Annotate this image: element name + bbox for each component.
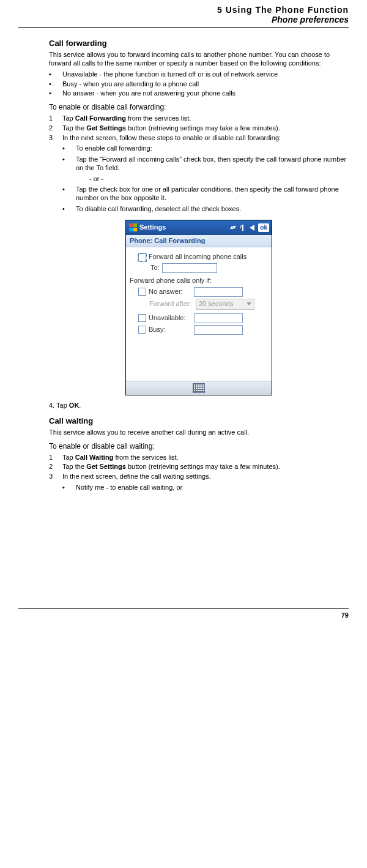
speaker-icon[interactable] <box>250 225 254 231</box>
busy-checkbox[interactable] <box>138 326 146 334</box>
step-2: 2 Tap the Get Settings button (retrievin… <box>49 124 349 133</box>
list-item: To enable call forwarding: <box>62 144 349 153</box>
start-icon[interactable] <box>128 223 137 232</box>
cf-enable-title: To enable or disable call forwarding: <box>49 103 349 112</box>
to-input[interactable] <box>162 263 217 273</box>
list-item: Notify me - to enable call waiting, or <box>62 484 349 492</box>
forward-after-label: Forward after: <box>149 300 193 309</box>
forward-after-dropdown[interactable]: 20 seconds <box>196 299 254 310</box>
only-if-label: Forward phone calls only if: <box>130 277 212 285</box>
unavailable-label: Unavailable: <box>149 314 191 323</box>
no-answer-checkbox[interactable] <box>138 288 146 296</box>
forward-all-checkbox[interactable] <box>138 253 146 261</box>
unavailable-input[interactable] <box>194 313 243 323</box>
step-1: 1 Tap Call Forwarding from the services … <box>49 114 349 123</box>
step-3: 3 In the next screen, follow these steps… <box>49 134 349 143</box>
call-waiting-intro: This service allows you to receive anoth… <box>49 428 349 437</box>
step-3: 3 In the next screen, define the call wa… <box>49 473 349 481</box>
signal-icon[interactable] <box>240 225 246 231</box>
step-2: 2 Tap the Get Settings button (retrievin… <box>49 463 349 471</box>
device-title: Settings <box>139 223 228 232</box>
to-label: To: <box>150 264 160 272</box>
sip-bar <box>126 381 272 395</box>
device-screenshot: Settings ok Phone: Call Forwarding <box>125 220 272 395</box>
chevron-down-icon <box>247 302 251 305</box>
chapter-title: 5 Using The Phone Function <box>18 5 349 15</box>
header-rule <box>18 27 349 28</box>
busy-input[interactable] <box>194 325 243 335</box>
list-item: Tap the “Forward all incoming calls” che… <box>62 155 349 173</box>
list-item: No answer - when you are not answering y… <box>49 89 349 98</box>
or-text: - or - <box>89 175 349 184</box>
unavailable-checkbox[interactable] <box>138 314 146 322</box>
cw-enable-title: To enable or disable call waiting: <box>49 442 349 451</box>
connectivity-icon[interactable] <box>230 225 236 231</box>
list-item: Unavailable - the phone function is turn… <box>49 70 349 79</box>
keyboard-icon[interactable] <box>193 383 205 393</box>
list-item: Tap the check box for one or all particu… <box>62 185 349 203</box>
call-forwarding-intro: This service allows you to forward incom… <box>49 51 349 68</box>
device-titlebar: Settings ok <box>126 220 272 235</box>
list-item: To disable call forwarding, deselect all… <box>62 205 349 214</box>
page-number: 79 <box>18 612 349 619</box>
footer-rule <box>18 608 349 609</box>
call-waiting-heading: Call waiting <box>49 416 349 426</box>
busy-label: Busy: <box>149 326 191 334</box>
ok-button[interactable]: ok <box>258 223 269 232</box>
no-answer-input[interactable] <box>194 287 243 297</box>
no-answer-label: No answer: <box>149 288 191 296</box>
call-forwarding-heading: Call forwarding <box>49 39 349 48</box>
chapter-subtitle: Phone preferences <box>18 15 349 24</box>
step-1: 1 Tap Call Waiting from the services lis… <box>49 454 349 462</box>
device-subtitle: Phone: Call Forwarding <box>126 235 272 248</box>
step-4: 4. Tap OK. <box>49 402 349 410</box>
forward-all-label: Forward all incoming phone calls <box>149 253 247 261</box>
list-item: Busy - when you are attending to a phone… <box>49 80 349 89</box>
